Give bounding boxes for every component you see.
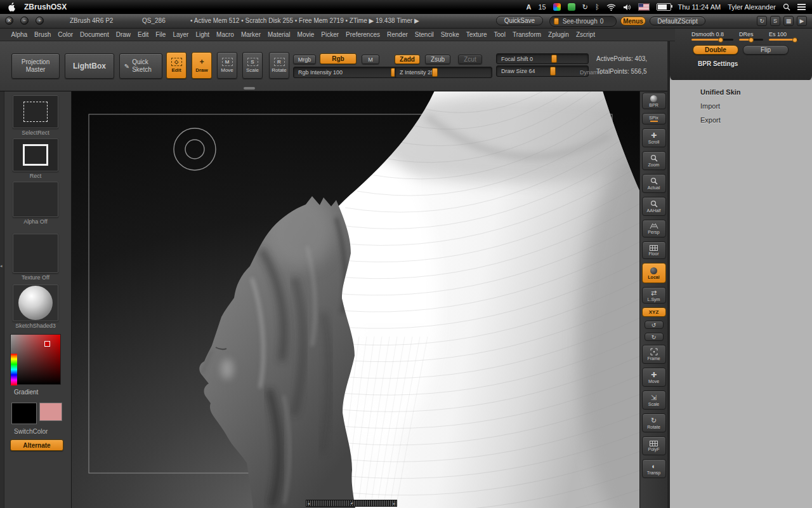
- titlebar-sync-icon[interactable]: ↻: [757, 16, 767, 26]
- texture-thumbnail-button[interactable]: [13, 234, 58, 273]
- menu-item-light[interactable]: Light: [192, 31, 213, 38]
- see-through-handle[interactable]: [554, 18, 559, 25]
- shelf-item-scroll[interactable]: ✚ Scroll: [642, 128, 666, 147]
- menu-item-draw[interactable]: Draw: [112, 31, 134, 38]
- battery-icon[interactable]: [657, 3, 671, 11]
- colorful-app-icon[interactable]: [553, 3, 561, 11]
- titlebar-s-icon[interactable]: S: [770, 16, 780, 26]
- hue-strip[interactable]: [11, 354, 17, 385]
- menu-item-picker[interactable]: Picker: [318, 31, 343, 38]
- shelf-item-move[interactable]: ✚ Move: [642, 368, 666, 387]
- window-minimize-button[interactable]: −: [20, 17, 29, 25]
- alternate-button[interactable]: Alternate: [10, 439, 63, 451]
- menu-item-marker[interactable]: Marker: [237, 31, 264, 38]
- menu-item-zscript[interactable]: Zscript: [572, 31, 598, 38]
- shelf-scroll-notch[interactable]: [244, 87, 255, 90]
- notification-center-icon[interactable]: [797, 4, 806, 10]
- scroll-updown-icon[interactable]: ▴▾: [349, 502, 353, 505]
- green-app-icon[interactable]: [568, 3, 575, 11]
- stroke-selectrect-button[interactable]: [13, 95, 58, 128]
- double-button[interactable]: Double: [693, 45, 738, 55]
- shelf-item-spix[interactable]: SPix: [642, 113, 666, 124]
- menu-clock[interactable]: Thu 11:24 AM: [678, 3, 721, 11]
- zsub-button[interactable]: Zsub: [425, 55, 450, 64]
- quick-sketch-button[interactable]: ✎ Quick Sketch: [119, 53, 162, 79]
- scroll-right-icon[interactable]: ▸: [393, 502, 395, 505]
- menu-item-transform[interactable]: Transform: [509, 31, 544, 38]
- gradient-label[interactable]: Gradient: [0, 389, 71, 396]
- menu-item-stroke[interactable]: Stroke: [437, 31, 462, 38]
- see-through-slider[interactable]: See-through 0: [549, 16, 617, 27]
- draw-button[interactable]: ✛ Draw: [192, 52, 212, 79]
- titlebar-play-icon[interactable]: ▶: [797, 16, 807, 26]
- scroll-left-icon[interactable]: ◂: [308, 502, 310, 505]
- shelf-item-frame[interactable]: Frame: [642, 345, 666, 364]
- menu-item-preferences[interactable]: Preferences: [343, 31, 384, 38]
- sync-icon[interactable]: ↻: [582, 3, 588, 11]
- window-zoom-button[interactable]: +: [36, 17, 44, 25]
- shelf-item-aahalf[interactable]: AAHalf: [642, 197, 666, 216]
- zcut-button[interactable]: Zcut: [458, 55, 482, 64]
- focal-shift-slider[interactable]: Focal Shift 0: [496, 53, 589, 64]
- shelf-item-bpr[interactable]: BPR: [642, 93, 666, 109]
- shelf-item-scale[interactable]: ⇲ Scale: [642, 391, 666, 410]
- draw-size-handle[interactable]: [550, 67, 556, 76]
- material-thumbnail-button[interactable]: [13, 284, 58, 321]
- menu-item-tool[interactable]: Tool: [490, 31, 509, 38]
- palette-item-import[interactable]: Import: [670, 102, 812, 110]
- rotate-button[interactable]: R Rotate: [269, 52, 289, 79]
- menu-item-file[interactable]: File: [152, 31, 169, 38]
- apple-menu[interactable]: [8, 3, 16, 12]
- bluetooth-icon[interactable]: ᛒ: [595, 3, 599, 11]
- dsmooth-slider[interactable]: Dsmooth 0.8: [691, 31, 733, 41]
- menu-item-render[interactable]: Render: [384, 31, 412, 38]
- secondary-color-swatch[interactable]: [39, 403, 62, 421]
- menu-item-material[interactable]: Material: [265, 31, 294, 38]
- main-color-swatch[interactable]: [11, 403, 37, 424]
- draw-size-slider[interactable]: Draw Size 64: [496, 65, 589, 77]
- mrgb-button[interactable]: Mrgb: [293, 55, 316, 64]
- menu-item-zplugin[interactable]: Zplugin: [545, 31, 573, 38]
- scale-button[interactable]: S Scale: [242, 52, 263, 79]
- palette-item-unified-skin[interactable]: Unified Skin: [670, 88, 812, 96]
- stroke-rect-button[interactable]: [13, 138, 58, 171]
- default-zscript-button[interactable]: DefaultZScript: [650, 17, 705, 25]
- shelf-item-polyf[interactable]: PolyF: [642, 436, 666, 455]
- menu-item-document[interactable]: Document: [77, 31, 113, 38]
- color-selector[interactable]: [44, 341, 50, 347]
- shelf-item-rotate[interactable]: ↻ Rotate: [642, 413, 666, 432]
- projection-master-button[interactable]: Projection Master: [11, 53, 60, 79]
- z-intensity-slider[interactable]: Z Intensity 25: [395, 67, 492, 78]
- us-flag-icon[interactable]: [638, 3, 650, 11]
- switch-color-label[interactable]: SwitchColor: [0, 428, 71, 435]
- titlebar-grid-icon[interactable]: ▦: [783, 16, 794, 26]
- flip-button[interactable]: Flip: [743, 45, 789, 55]
- saturation-value-square[interactable]: [11, 335, 60, 384]
- dres-slider[interactable]: DRes: [739, 31, 763, 41]
- menu-item-texture[interactable]: Texture: [462, 31, 490, 38]
- shelf-item-rotate-cw[interactable]: ↻: [645, 333, 664, 341]
- m-button[interactable]: M: [362, 55, 379, 64]
- menu-item-macro[interactable]: Macro: [213, 31, 238, 38]
- z-intensity-handle[interactable]: [432, 68, 438, 77]
- menu-item-alpha[interactable]: Alpha: [8, 31, 31, 38]
- edit-button[interactable]: ◇ Edit: [166, 52, 187, 79]
- window-close-button[interactable]: ✕: [5, 17, 13, 25]
- shelf-item-rotate-ccw[interactable]: ↺: [645, 321, 664, 329]
- input-source-indicator[interactable]: A: [526, 3, 531, 11]
- menu-item-brush[interactable]: Brush: [31, 31, 55, 38]
- menu-item-movie[interactable]: Movie: [294, 31, 318, 38]
- volume-icon[interactable]: [623, 4, 631, 11]
- zadd-button[interactable]: Zadd: [395, 55, 420, 64]
- left-tray-divider[interactable]: ◂: [0, 91, 4, 508]
- alpha-thumbnail-button[interactable]: [13, 182, 58, 217]
- shelf-item-floor[interactable]: Floor: [642, 241, 666, 259]
- palette-item-export[interactable]: Export: [670, 116, 812, 124]
- menu-item-color[interactable]: Color: [55, 31, 77, 38]
- rgb-intensity-slider[interactable]: Rgb Intensity 100: [293, 67, 398, 78]
- move-button[interactable]: M Move: [217, 52, 237, 79]
- shelf-item-actual[interactable]: Actual: [642, 174, 666, 193]
- shelf-item-xyz[interactable]: XYZ: [642, 307, 666, 317]
- shelf-item-local[interactable]: Local: [642, 263, 666, 283]
- menu-item-edit[interactable]: Edit: [134, 31, 152, 38]
